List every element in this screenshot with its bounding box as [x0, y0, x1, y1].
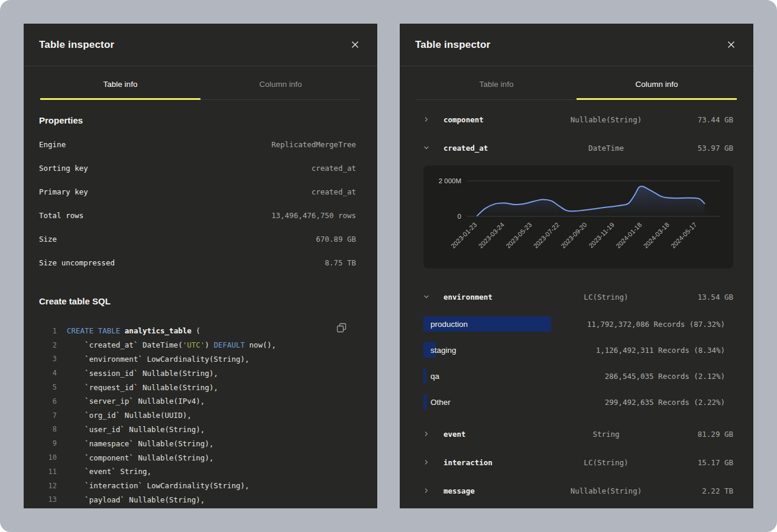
line-number: 2 — [39, 341, 57, 349]
line-number: 7 — [39, 411, 57, 420]
property-value: created_at — [312, 164, 356, 173]
modal-title: Table inspector — [415, 39, 490, 51]
desktop-background: Table inspector Table infoColumn info Pr… — [0, 0, 777, 532]
line-number: 13 — [39, 495, 57, 504]
column-row-component[interactable]: component Nullable(String) 73.44 GB — [423, 105, 733, 134]
property-label: Total rows — [39, 211, 83, 220]
column-row-message[interactable]: message Nullable(String) 2.22 TB — [423, 476, 733, 505]
column-type: DateTime — [544, 144, 668, 153]
line-number: 5 — [39, 383, 57, 391]
copy-sql-button[interactable] — [336, 323, 347, 335]
sql-lines: 1 CREATE TABLE analytics_table ( 2 `crea… — [39, 324, 356, 508]
tab-label: Column info — [259, 80, 302, 89]
properties-list: Engine ReplicatedMergeTree Sorting key c… — [39, 140, 356, 282]
chevron-right-icon[interactable] — [423, 488, 429, 494]
column-type: String — [544, 430, 668, 439]
line-code: `request_id` Nullable(String), — [67, 383, 218, 392]
sql-line: 9 `namespace` Nullable(String), — [39, 436, 356, 450]
column-size: 73.44 GB — [668, 115, 733, 124]
line-number: 4 — [39, 369, 57, 377]
line-code: `org_id` Nullable(UUID), — [67, 411, 192, 420]
property-value: created_at — [312, 187, 356, 196]
properties-heading: Properties — [39, 115, 356, 125]
tab-bar: Table infoColumn info — [40, 66, 361, 100]
line-code: `namespace` Nullable(String), — [67, 439, 213, 448]
chevron-down-icon[interactable] — [423, 145, 429, 151]
property-row: Primary key created_at — [39, 187, 356, 211]
sql-line: 1 CREATE TABLE analytics_table ( — [39, 324, 356, 338]
value-label: qa — [430, 372, 439, 381]
close-icon — [351, 41, 359, 48]
column-row-interaction[interactable]: interaction LC(String) 15.17 GB — [423, 448, 733, 476]
property-value: 13,496,476,750 rows — [271, 211, 356, 220]
property-row: Engine ReplicatedMergeTree — [39, 140, 356, 164]
sql-line: 8 `user_id` Nullable(String), — [39, 423, 356, 437]
line-number: 8 — [39, 425, 57, 433]
value-records-count: 299,492,635 Records (2.22%) — [605, 398, 733, 407]
sql-line: 13 `payload` Nullable(String), — [39, 493, 356, 507]
line-code: `event` String, — [67, 467, 151, 476]
tab-column-info[interactable]: Column info — [577, 66, 737, 100]
line-number: 9 — [39, 439, 57, 447]
column-name: created_at — [443, 144, 544, 153]
chevron-right-icon[interactable] — [423, 459, 429, 465]
value-label: Other — [430, 398, 451, 407]
x-axis-tick-label: 2023-03-24 — [477, 221, 506, 249]
value-distribution-row-qa: qa 286,545,035 Records (2.12%) — [423, 363, 733, 389]
value-records-count: 11,792,372,086 Records (87.32%) — [587, 320, 733, 329]
column-name: event — [443, 430, 544, 439]
column-name: environment — [443, 293, 544, 301]
column-type: LC(String) — [544, 458, 668, 467]
line-code: `environment` LowCardinality(String), — [67, 355, 250, 364]
property-value: 670.89 GB — [316, 235, 356, 244]
property-label: Primary key — [39, 187, 88, 196]
x-axis-tick-label: 2024-03-18 — [642, 221, 671, 249]
line-number: 11 — [39, 468, 57, 476]
property-row: Sorting key created_at — [39, 164, 356, 187]
property-row: Total rows 13,496,476,750 rows — [39, 211, 356, 235]
property-label: Size uncompressed — [39, 258, 115, 267]
chevron-down-icon[interactable] — [423, 294, 429, 300]
x-axis-tick-label: 2023-09-20 — [559, 221, 588, 249]
tab-table-info[interactable]: Table info — [416, 66, 577, 100]
table-inspector-modal-column-info: Table inspector Table infoColumn info co… — [400, 24, 753, 508]
line-code: CREATE TABLE analytics_table ( — [67, 326, 200, 335]
column-size: 53.97 GB — [668, 144, 733, 153]
column-row-environment[interactable]: environment LC(String) 13.54 GB — [423, 283, 733, 311]
chevron-right-icon[interactable] — [423, 116, 429, 122]
sql-code-block: 1 CREATE TABLE analytics_table ( 2 `crea… — [39, 324, 356, 508]
line-code: `created_at` DateTime('UTC') DEFAULT now… — [67, 340, 276, 349]
column-name: component — [443, 115, 544, 124]
tab-table-info[interactable]: Table info — [40, 66, 200, 100]
x-axis-tick-label: 2023-01-23 — [449, 221, 478, 249]
x-axis-tick-label: 2023-11-19 — [587, 221, 616, 249]
close-button[interactable] — [348, 38, 362, 52]
property-label: Size — [39, 235, 57, 244]
line-code: `component` Nullable(String), — [67, 453, 213, 462]
property-row: Size 670.89 GB — [39, 235, 356, 258]
tab-bar: Table infoColumn info — [416, 66, 737, 100]
tab-column-info[interactable]: Column info — [200, 66, 361, 100]
column-name: message — [443, 486, 544, 495]
table-inspector-modal-table-info: Table inspector Table infoColumn info Pr… — [24, 24, 377, 508]
chevron-right-icon[interactable] — [423, 431, 429, 437]
column-name: interaction — [443, 458, 544, 467]
close-button[interactable] — [724, 38, 738, 52]
column-row-created_at[interactable]: created_at DateTime 53.97 GB — [423, 134, 733, 162]
x-axis-tick-label: 2023-07-22 — [532, 221, 561, 249]
property-label: Sorting key — [39, 164, 88, 173]
modal-header: Table inspector — [24, 24, 377, 66]
sql-line: 6 `server_ip` Nullable(IPv4), — [39, 394, 356, 408]
environment-value-distribution: production 11,792,372,086 Records (87.32… — [423, 311, 733, 415]
line-number: 6 — [39, 397, 57, 406]
property-label: Engine — [39, 140, 66, 149]
line-code: `payload` Nullable(String), — [67, 495, 205, 504]
created-at-distribution-chart: 2 000M02023-01-232023-03-242023-05-23202… — [423, 166, 733, 268]
y-axis-tick-label: 2 000M — [439, 177, 461, 184]
sql-line: 11 `event` String, — [39, 465, 356, 479]
column-row-event[interactable]: event String 81.29 GB — [423, 420, 733, 448]
tab-label: Table info — [480, 80, 514, 89]
line-number: 12 — [39, 482, 57, 490]
line-number: 1 — [39, 327, 57, 335]
line-number: 10 — [39, 453, 57, 462]
